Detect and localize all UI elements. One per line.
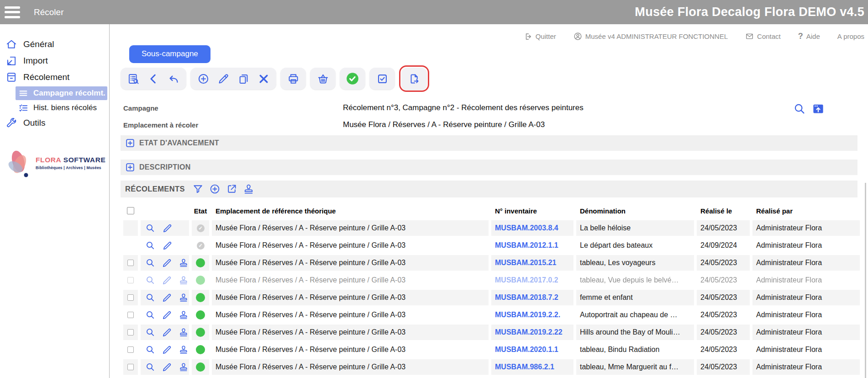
quitter-link[interactable]: Quitter [524, 32, 556, 41]
status-indicator [196, 276, 205, 285]
validated-status-icon[interactable] [346, 72, 359, 85]
edit-record-icon[interactable] [162, 292, 173, 303]
sidebar-item-general[interactable]: Général [0, 36, 109, 53]
section-label: DESCRIPTION [139, 163, 191, 171]
add-icon[interactable] [197, 72, 210, 85]
edit-record-icon[interactable] [162, 309, 173, 320]
sidebar-item-hist-biens-recoles[interactable]: Hist. biens récolés [0, 101, 109, 115]
inventory-number-link[interactable]: MUSBAM.2020.1.1 [491, 342, 573, 357]
row-denomination: Le départ des bateaux [576, 238, 694, 253]
open-external-icon[interactable] [226, 183, 237, 195]
export-icon[interactable] [408, 72, 421, 85]
stamp-record-icon[interactable] [179, 344, 189, 355]
inventory-number-link[interactable]: MUSBAM.2019.2.22 [491, 325, 573, 340]
view-record-icon[interactable] [145, 257, 156, 268]
status-indicator [197, 224, 205, 232]
view-record-icon[interactable] [145, 223, 156, 234]
back-icon[interactable] [147, 72, 160, 85]
stamp-record-icon[interactable] [179, 362, 189, 373]
row-realise-le: 24/05/2023 [697, 307, 750, 323]
row-checkbox[interactable] [127, 294, 134, 301]
sidebar-item-recolement[interactable]: Récolement [0, 69, 109, 85]
sidebar: Général Import Récolement Campagne récol… [0, 24, 110, 378]
stamp-icon[interactable] [243, 183, 254, 195]
search-icon[interactable] [793, 102, 806, 116]
stamp-record-icon[interactable] [179, 292, 189, 303]
table-row: Musée Flora / Réserves / A - Réserve pei… [123, 238, 860, 253]
edit-record-icon[interactable] [162, 275, 173, 286]
sidebar-item-label: Général [23, 39, 54, 49]
edit-record-icon[interactable] [162, 344, 173, 355]
edit-record-icon[interactable] [162, 257, 173, 268]
inventory-number-link[interactable]: MUSBAM.2017.0.2 [491, 272, 573, 288]
section-etat-avancement[interactable]: ETAT D'AVANCEMENT [121, 135, 857, 151]
table-row: Musée Flora / Réserves / A - Réserve pei… [123, 272, 860, 288]
edit-record-icon[interactable] [162, 240, 173, 251]
stamp-record-icon[interactable] [179, 309, 189, 320]
view-record-icon[interactable] [145, 344, 156, 355]
delete-icon[interactable] [257, 72, 270, 85]
row-checkbox[interactable] [127, 260, 134, 266]
status-indicator [197, 242, 205, 250]
row-checkbox[interactable] [127, 364, 134, 370]
filter-icon[interactable] [192, 183, 204, 195]
hamburger-menu-icon[interactable] [5, 6, 20, 18]
row-checkbox[interactable] [127, 346, 134, 353]
row-denomination: tableau, Bindu Radiation [576, 342, 694, 357]
stamp-record-icon[interactable] [179, 257, 189, 268]
view-record-icon[interactable] [145, 240, 156, 251]
inventory-number-link[interactable]: MUSBAM.986.2.1 [491, 359, 573, 375]
add-recolement-icon[interactable] [209, 183, 221, 195]
record-fields: Campagne Récolement n°3, Campagne n°2 - … [123, 101, 790, 135]
select-all-checkbox[interactable] [127, 207, 134, 214]
sidebar-item-outils[interactable]: Outils [0, 115, 109, 131]
inventory-number-link[interactable]: MUSBAM.2019.2.2. [491, 307, 573, 323]
sidebar-item-campagne-recolement[interactable]: Campagne récolmt. [16, 86, 107, 100]
row-checkbox[interactable] [127, 277, 134, 283]
status-indicator [196, 362, 205, 372]
tab-sous-campagne[interactable]: Sous-campagne [129, 45, 210, 63]
view-record-icon[interactable] [145, 275, 156, 286]
view-record-icon[interactable] [145, 327, 156, 338]
inventory-number-link[interactable]: MUSBAM.2015.21 [491, 255, 573, 271]
row-denomination: tableau, Mme Marguerit au f… [576, 359, 694, 375]
user-account[interactable]: Musée v4 ADMINISTRATEUR FONCTIONNEL [573, 32, 728, 41]
sidebar-item-label: Récolement [23, 72, 69, 82]
open-window-icon[interactable] [811, 102, 825, 116]
edit-icon[interactable] [217, 72, 230, 85]
select-all-icon[interactable] [376, 72, 389, 85]
inventory-number-link[interactable]: MUSBAM.2012.1.1 [491, 238, 573, 253]
aide-link[interactable]: ? Aide [798, 32, 820, 41]
row-realise-le: 24/05/2023 [697, 290, 750, 305]
records-list-icon[interactable] [127, 72, 140, 85]
stamp-record-icon[interactable] [179, 275, 189, 286]
inventory-number-link[interactable]: MUSBAM.2003.8.4 [491, 220, 573, 236]
vertical-scrollbar[interactable] [865, 183, 866, 378]
view-record-icon[interactable] [145, 362, 156, 373]
app-title: Musée Flora Decalog Flora DEMO v4.5 [635, 5, 864, 19]
inventory-number-link[interactable]: MUSBAM.2018.7.2 [491, 290, 573, 305]
main-content: Quitter Musée v4 ADMINISTRATEUR FONCTION… [110, 24, 868, 378]
edit-record-icon[interactable] [162, 327, 173, 338]
view-record-icon[interactable] [145, 309, 156, 320]
expand-plus-icon[interactable] [126, 163, 134, 171]
copy-icon[interactable] [237, 72, 250, 85]
apropos-link[interactable]: A propos [837, 32, 864, 40]
view-record-icon[interactable] [145, 292, 156, 303]
undo-icon[interactable] [167, 72, 180, 85]
sidebar-item-label: Campagne récolmt. [33, 89, 105, 98]
edit-record-icon[interactable] [162, 223, 173, 234]
row-checkbox[interactable] [127, 312, 134, 318]
col-realise-le: Réalisé le [697, 207, 750, 215]
sidebar-item-import[interactable]: Import [0, 53, 109, 69]
expand-plus-icon[interactable] [126, 139, 134, 147]
stamp-record-icon[interactable] [179, 327, 189, 338]
contact-link[interactable]: Contact [745, 32, 781, 41]
print-icon[interactable] [287, 72, 300, 85]
row-checkbox[interactable] [127, 329, 134, 335]
basket-icon[interactable] [316, 72, 329, 85]
section-description[interactable]: DESCRIPTION [121, 160, 857, 175]
row-emplacement: Musée Flora / Réserves / A - Réserve pei… [212, 238, 489, 253]
edit-record-icon[interactable] [162, 362, 173, 373]
row-emplacement: Musée Flora / Réserves / A - Réserve pei… [212, 325, 489, 340]
